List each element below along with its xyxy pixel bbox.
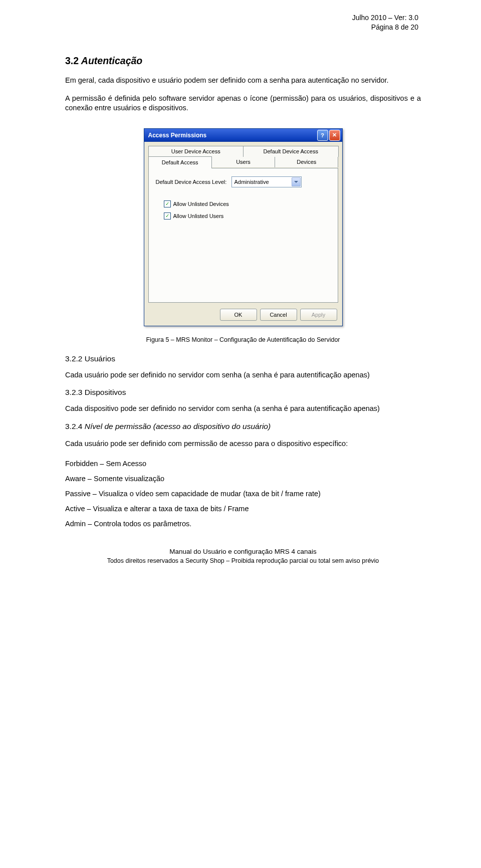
subsection-title: Dispositivos — [85, 388, 126, 396]
dialog-button-row: OK Cancel Apply — [144, 305, 342, 326]
close-button[interactable]: ✕ — [329, 130, 340, 141]
tab-devices[interactable]: Devices — [275, 157, 338, 167]
header-date-version: Julho 2010 – Ver: 3.0 — [352, 13, 418, 23]
allow-unlisted-devices-checkbox[interactable]: ✓ Allow Unlisted Devices — [164, 200, 331, 207]
subsection-title: Usuários — [85, 354, 115, 363]
access-level-value: Administrative — [234, 179, 269, 185]
dialog-title: Access Permissions — [148, 132, 207, 139]
subsection-number: 3.2.2 — [65, 354, 82, 363]
checkbox-icon: ✓ — [164, 200, 171, 207]
tab-strip: User Device Access Default Device Access… — [144, 142, 342, 305]
section-heading: 3.2 Autenticação — [65, 55, 421, 67]
help-button[interactable]: ? — [317, 130, 328, 141]
apply-button[interactable]: Apply — [300, 309, 337, 321]
allow-unlisted-users-checkbox[interactable]: ✓ Allow Unlisted Users — [164, 212, 331, 220]
subsection-number: 3.2.3 — [65, 388, 82, 396]
subsection-title: Nível de permissão (acesso ao dispositiv… — [85, 422, 271, 430]
intro-paragraph-2: A permissão é definida pelo software ser… — [65, 94, 421, 113]
subsection-323-heading: 3.2.3 Dispositivos — [65, 388, 421, 397]
titlebar: Access Permissions ? ✕ — [144, 129, 342, 142]
access-level-select[interactable]: Administrative — [231, 176, 302, 187]
subsection-322-body: Cada usuário pode ser definido no servid… — [65, 370, 421, 380]
tab-pane: Default Device Access Level: Administrat… — [148, 168, 338, 303]
subsection-323-body: Cada dispositivo pode ser definido no se… — [65, 404, 421, 414]
permission-level-active: Active – Visualiza e alterar a taxa de t… — [65, 505, 421, 513]
header-info: Julho 2010 – Ver: 3.0 Página 8 de 20 — [352, 13, 418, 32]
figure-caption: Figura 5 – MRS Monitor – Configuração de… — [65, 336, 421, 343]
permission-level-passive: Passive – Visualiza o vídeo sem capacida… — [65, 490, 421, 498]
section-title: Autenticação — [81, 55, 142, 66]
subsection-324-heading: 3.2.4 Nível de permissão (acesso ao disp… — [65, 422, 421, 431]
footer-rights: Todos direitos reservados a Security Sho… — [65, 557, 421, 564]
access-permissions-dialog: Access Permissions ? ✕ User Device Acces… — [144, 128, 343, 326]
chevron-down-icon[interactable] — [292, 177, 301, 186]
access-level-label: Default Device Access Level: — [156, 179, 228, 185]
checkbox-icon: ✓ — [164, 212, 171, 220]
cancel-button[interactable]: Cancel — [260, 309, 297, 321]
permission-level-forbidden: Forbidden – Sem Acesso — [65, 460, 421, 468]
intro-paragraph-1: Em geral, cada dispositivo e usuário pod… — [65, 76, 421, 86]
tab-default-access[interactable]: Default Access — [148, 156, 212, 168]
subsection-322-heading: 3.2.2 Usuários — [65, 354, 421, 363]
ok-button[interactable]: OK — [220, 309, 257, 321]
section-number: 3.2 — [65, 55, 79, 66]
tab-user-device-access[interactable]: User Device Access — [148, 146, 244, 157]
subsection-324-body: Cada usuário pode ser definido com permi… — [65, 439, 421, 449]
footer-title: Manual do Usuário e configuração MRS 4 c… — [65, 548, 421, 555]
header-page-number: Página 8 de 20 — [352, 23, 418, 32]
permission-level-aware: Aware – Somente visualização — [65, 475, 421, 483]
permission-level-admin: Admin – Controla todos os parâmetros. — [65, 520, 421, 528]
tab-users[interactable]: Users — [211, 157, 275, 167]
checkbox-label: Allow Unlisted Users — [173, 213, 224, 219]
access-level-field: Default Device Access Level: Administrat… — [156, 176, 331, 187]
subsection-number: 3.2.4 — [65, 422, 82, 430]
figure-dialog: Access Permissions ? ✕ User Device Acces… — [65, 128, 421, 326]
checkbox-label: Allow Unlisted Devices — [173, 201, 229, 207]
tab-default-device-access[interactable]: Default Device Access — [243, 146, 339, 157]
